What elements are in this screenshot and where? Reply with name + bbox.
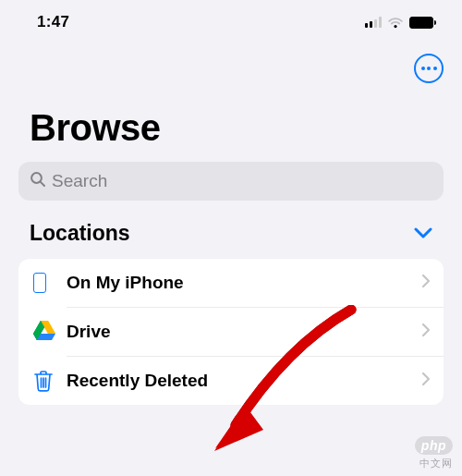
status-bar: 1:47	[0, 0, 462, 44]
chevron-right-icon	[421, 323, 431, 341]
svg-line-1	[41, 182, 44, 186]
google-drive-icon	[33, 321, 55, 344]
svg-marker-10	[214, 405, 263, 451]
cellular-icon	[365, 17, 382, 28]
location-label: Drive	[67, 322, 421, 342]
page-title: Browse	[0, 100, 462, 162]
trash-icon	[33, 370, 54, 392]
chevron-right-icon	[421, 372, 431, 390]
status-time: 1:47	[37, 13, 69, 31]
iphone-icon	[33, 273, 46, 293]
location-label: Recently Deleted	[67, 371, 421, 391]
locations-header[interactable]: Locations	[0, 221, 462, 255]
location-label: On My iPhone	[67, 273, 421, 293]
watermark-logo: php	[415, 436, 453, 455]
locations-title: Locations	[30, 221, 130, 246]
chevron-right-icon	[421, 274, 431, 292]
location-recently-deleted[interactable]: Recently Deleted	[18, 357, 444, 405]
wifi-icon	[387, 17, 404, 29]
svg-marker-9	[215, 409, 256, 448]
location-on-my-iphone[interactable]: On My iPhone	[18, 259, 444, 307]
chevron-down-icon[interactable]	[414, 227, 432, 239]
location-drive[interactable]: Drive	[18, 308, 444, 356]
locations-list: On My iPhone Drive	[18, 259, 444, 405]
dot-icon	[427, 67, 431, 70]
battery-icon	[409, 17, 436, 29]
search-bar[interactable]	[18, 162, 444, 201]
search-input[interactable]	[52, 171, 432, 191]
status-indicators	[365, 17, 436, 29]
dot-icon	[421, 67, 425, 70]
nav-row	[0, 44, 462, 100]
dot-icon	[433, 67, 437, 70]
more-button[interactable]	[414, 54, 444, 83]
watermark-text: 中文网	[415, 457, 453, 470]
watermark: php 中文网	[415, 436, 453, 470]
search-icon	[30, 171, 46, 191]
